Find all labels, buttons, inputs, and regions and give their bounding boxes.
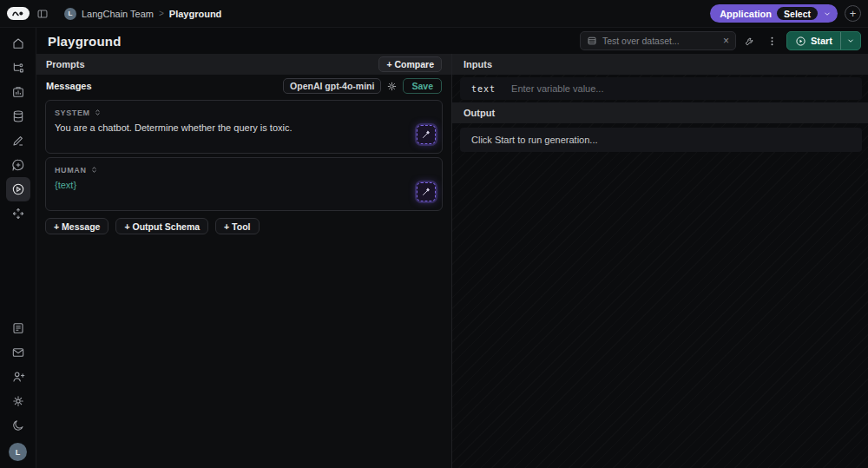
- sidebar-item-tracing[interactable]: [6, 56, 30, 80]
- add-buttons-row: + Message + Output Schema + Tool: [36, 214, 451, 234]
- wand-icon: [421, 187, 431, 197]
- sidebar-item-settings[interactable]: [6, 389, 30, 413]
- bar-chart-icon: [11, 85, 25, 99]
- model-settings-button[interactable]: [386, 81, 398, 92]
- breadcrumb-page[interactable]: Playground: [169, 9, 222, 19]
- add-tool-button[interactable]: + Tool: [215, 218, 259, 234]
- prompt-canvas-button[interactable]: [417, 125, 436, 144]
- inputs-panel-header: Inputs: [452, 54, 868, 75]
- chevron-down-icon: [846, 36, 855, 45]
- messages-toolbar: Messages OpenAI gpt-4o-mini Save: [36, 75, 451, 97]
- dataset-icon: [587, 36, 597, 46]
- variable-value-input[interactable]: [511, 83, 851, 94]
- play-circle-icon: [795, 36, 806, 47]
- test-over-dataset-field[interactable]: ×: [580, 31, 736, 50]
- sidebar-item-annotation[interactable]: [6, 129, 30, 153]
- breadcrumb-team[interactable]: LangChain Team: [82, 9, 154, 19]
- model-selector-badge[interactable]: OpenAI gpt-4o-mini: [283, 78, 381, 94]
- message-content[interactable]: You are a chatbot. Determine whether the…: [55, 122, 433, 135]
- messages-toolbar-right: OpenAI gpt-4o-mini Save: [283, 78, 442, 94]
- application-selector[interactable]: Application Select: [710, 4, 838, 23]
- sidebar-item-deployments[interactable]: [6, 201, 30, 226]
- system-message-card[interactable]: SYSTEM You are a chatbot. Determine whet…: [45, 100, 443, 154]
- compare-button[interactable]: + Compare: [378, 56, 442, 72]
- wrench-icon: [744, 36, 755, 47]
- topbar-right: Application Select +: [710, 4, 861, 23]
- play-circle-icon: [11, 182, 25, 196]
- user-plus-icon: [11, 370, 25, 384]
- human-message-card[interactable]: HUMAN {text}: [45, 157, 443, 211]
- new-item-button[interactable]: +: [845, 5, 861, 22]
- file-text-icon: [11, 321, 25, 335]
- message-plus-icon: [11, 158, 25, 172]
- sidebar-item-datasets[interactable]: [6, 104, 30, 129]
- prompts-panel: Prompts + Compare Messages OpenAI gpt-4o…: [36, 54, 452, 468]
- app-window: L LangChain Team > Playground Applicatio…: [0, 0, 868, 468]
- role-selector[interactable]: SYSTEM: [55, 108, 102, 117]
- moon-icon: [11, 419, 25, 432]
- topbar: L LangChain Team > Playground Applicatio…: [0, 0, 868, 28]
- kebab-menu-icon: [766, 36, 778, 47]
- page-title: Playground: [48, 34, 122, 49]
- prompts-title: Prompts: [46, 59, 85, 69]
- output-empty-state: Click Start to run generation...: [460, 128, 862, 152]
- start-button[interactable]: Start: [787, 32, 840, 49]
- more-options-button[interactable]: [764, 32, 781, 49]
- unfold-icon: [90, 165, 98, 175]
- message-content[interactable]: {text}: [55, 179, 433, 192]
- prompts-panel-header: Prompts + Compare: [36, 54, 451, 75]
- trace-tree-icon: [11, 61, 25, 75]
- topbar-left: L LangChain Team > Playground: [7, 7, 221, 20]
- wand-icon: [421, 129, 431, 140]
- sidebar-item-feedback[interactable]: [6, 153, 30, 177]
- prompt-canvas-button[interactable]: [417, 182, 436, 201]
- application-select-value[interactable]: Select: [777, 7, 818, 20]
- role-label: SYSTEM: [55, 109, 90, 117]
- output-empty-text: Click Start to run generation...: [471, 135, 598, 145]
- sidebar-item-monitoring[interactable]: [6, 80, 30, 104]
- unfold-icon: [94, 108, 102, 117]
- breadcrumb-separator: >: [159, 9, 164, 18]
- add-message-button[interactable]: + Message: [45, 218, 108, 234]
- chevron-down-icon: [823, 10, 832, 18]
- messages-title: Messages: [46, 81, 92, 91]
- start-options-button[interactable]: [841, 32, 860, 49]
- start-label: Start: [811, 36, 832, 46]
- role-label: HUMAN: [55, 166, 87, 175]
- start-split-button: Start: [786, 31, 861, 50]
- sidebar-item-mail[interactable]: [6, 340, 30, 365]
- add-output-schema-button[interactable]: + Output Schema: [115, 218, 208, 234]
- clear-dataset-icon[interactable]: ×: [723, 36, 729, 46]
- input-variable-row[interactable]: text: [460, 77, 862, 100]
- sidebar-item-docs[interactable]: [6, 316, 30, 340]
- database-icon: [11, 109, 25, 123]
- sidebar-item-playground[interactable]: [6, 177, 30, 201]
- pencil-icon: [11, 134, 25, 148]
- sidebar: L: [0, 28, 36, 468]
- application-label: Application: [720, 9, 772, 19]
- home-icon: [11, 36, 25, 50]
- mail-icon: [11, 346, 25, 359]
- output-panel-header: Output: [452, 102, 868, 123]
- header-controls: × Start: [580, 31, 861, 50]
- message-cards: SYSTEM You are a chatbot. Determine whet…: [36, 97, 451, 211]
- move-arrows-icon: [11, 207, 25, 221]
- breadcrumb: L LangChain Team > Playground: [64, 8, 221, 20]
- variable-name-label: text: [471, 84, 496, 94]
- prompt-tools-button[interactable]: [741, 32, 759, 49]
- role-selector[interactable]: HUMAN: [55, 165, 98, 175]
- dataset-search-input[interactable]: [602, 36, 718, 46]
- save-button[interactable]: Save: [403, 78, 442, 94]
- langsmith-logo[interactable]: [7, 7, 30, 20]
- sidebar-toggle-icon[interactable]: [36, 8, 49, 20]
- io-panel: Inputs text Output Click Start to run ge…: [452, 54, 868, 468]
- logo-glyph-icon: [11, 10, 25, 17]
- sidebar-item-home[interactable]: [6, 31, 30, 56]
- sidebar-item-theme-toggle[interactable]: [6, 413, 30, 438]
- user-avatar[interactable]: L: [9, 443, 27, 461]
- output-title: Output: [464, 108, 495, 118]
- sidebar-item-invite-user[interactable]: [6, 365, 30, 389]
- team-avatar: L: [64, 8, 76, 20]
- page-header: Playground ×: [36, 28, 868, 54]
- gear-icon: [386, 81, 398, 92]
